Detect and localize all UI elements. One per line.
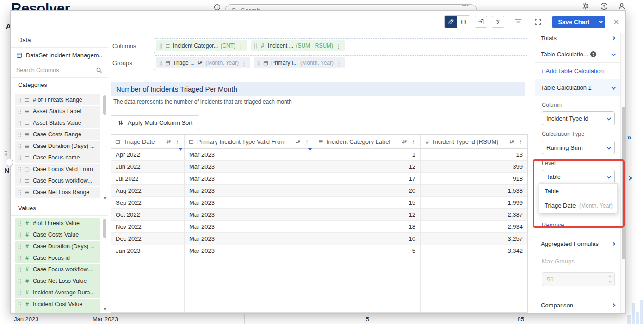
chip-suffix: (SUM - RSUM)	[296, 43, 333, 49]
braces-toggle-button[interactable]: { }	[457, 16, 470, 28]
groups-dropzone[interactable]: Triage ... (Month, Year) ⋮ Primary I... …	[154, 55, 528, 70]
totals-row[interactable]: Totals	[535, 33, 620, 46]
table-calculation-1-header[interactable]: Table Calculation 1	[535, 79, 620, 96]
comparison-row[interactable]: Comparison	[535, 297, 620, 313]
grip-icon	[18, 267, 21, 273]
columns-search-input[interactable]	[16, 67, 96, 73]
kebab-icon[interactable]: ⋮	[518, 138, 524, 145]
modal-scrollbar-thumb[interactable]	[622, 107, 625, 259]
brush-toggle-button[interactable]	[445, 16, 457, 28]
sort-icon	[197, 60, 203, 66]
add-table-calculation-link[interactable]: + Add Table Calculation	[535, 63, 620, 79]
table-empty-area	[111, 257, 527, 312]
kebab-icon[interactable]: ⋮	[335, 43, 341, 49]
grip-icon	[159, 60, 162, 66]
scroll-down-icon[interactable]	[103, 308, 107, 311]
col-header-type-id-rsum[interactable]: # Incident Type id (RSUM) ⋮	[421, 135, 527, 148]
chip-label: Incident Categor...	[173, 43, 218, 49]
kebab-icon[interactable]: ⋮	[336, 60, 342, 67]
level-option-table[interactable]: Table	[539, 184, 617, 198]
category-item[interactable]: Case Net Loss Range	[15, 187, 100, 198]
column-chip[interactable]: # Incident ... (SUM - RSUM) ⋮	[251, 40, 345, 51]
value-item[interactable]: # Case Focus workflow...	[15, 264, 100, 275]
category-item[interactable]: Case Focus workflow...	[15, 175, 100, 186]
remove-link[interactable]: Remove	[542, 213, 615, 228]
value-item[interactable]: # Case Costs Value	[15, 229, 100, 240]
value-item[interactable]: # # of Threats Value	[15, 218, 100, 229]
columns-search	[11, 63, 108, 78]
save-chart-caret-button[interactable]	[595, 16, 605, 28]
kebab-icon[interactable]: ⋮	[241, 60, 247, 67]
multi-column-sort-button[interactable]: Apply Multi-Column Sort	[111, 115, 199, 130]
sigma-button[interactable]: Σ	[492, 16, 504, 28]
value-item[interactable]: # Case Duration (Days) ...	[15, 241, 100, 252]
category-item[interactable]: Case Focus Valid From	[15, 164, 100, 175]
column-select[interactable]: Incident Type id	[542, 111, 615, 125]
hash-icon: #	[260, 43, 266, 49]
export-button[interactable]	[475, 16, 487, 28]
expand-button[interactable]	[532, 16, 543, 27]
bg-collapse-button[interactable]	[6, 159, 13, 166]
category-label: Case Focus name	[33, 154, 80, 161]
save-chart-button[interactable]: Save Chart	[552, 16, 595, 28]
value-item[interactable]: # Incident Average Dura...	[15, 287, 100, 298]
sort-icon[interactable]	[402, 139, 408, 145]
col-header-valid-from[interactable]: Primary Incident Type Valid From ⋮	[185, 135, 314, 148]
sort-icon[interactable]	[166, 139, 172, 145]
col-header-category-label[interactable]: Incident Category Label ⋮	[314, 135, 421, 148]
step-down-icon[interactable]	[608, 280, 612, 283]
bg-chevron-right-icon[interactable]	[627, 176, 632, 181]
help-icon[interactable]: ?	[590, 51, 596, 57]
columns-dropzone[interactable]: Incident Categor... (CNT) ⋮ # Incident .…	[154, 38, 528, 53]
value-item[interactable]: # Incident Count Value	[15, 310, 100, 313]
category-item[interactable]: Case Costs Range	[15, 129, 100, 140]
value-label: Case Focus id	[33, 255, 70, 261]
categories-scrollbar-thumb[interactable]	[103, 95, 106, 115]
dataset-item[interactable]: DataSet Incident Managem...	[11, 48, 108, 63]
category-label: Case Net Loss Range	[33, 189, 89, 196]
table-body: Apr 2022 Mar 2023 1 13 Jun 2022 Mar 2023…	[111, 149, 527, 257]
empty-cell	[111, 257, 185, 312]
filter-button[interactable]	[513, 16, 524, 27]
bg-cell: Mar 2023	[93, 316, 118, 323]
category-item[interactable]: Case Focus name	[15, 152, 100, 163]
col-header-triage-date[interactable]: Triage Date ⋮	[111, 135, 185, 148]
value-item[interactable]: # Case Focus id	[15, 252, 100, 263]
calculation-type-select[interactable]: Running Sum	[542, 141, 615, 154]
table-calculations-row[interactable]: Table Calculatio...?	[535, 46, 620, 63]
value-item[interactable]: # Incident Cost Value	[15, 299, 100, 310]
kebab-icon[interactable]: ⋮	[238, 43, 244, 49]
overflow-dots-icon[interactable]: •••	[462, 3, 469, 9]
scroll-down-icon[interactable]	[103, 197, 107, 200]
modal-scrollbar[interactable]	[620, 33, 625, 313]
kebab-icon[interactable]: ⋮	[174, 138, 180, 145]
values-scrollbar-thumb[interactable]	[103, 219, 106, 238]
grip-icon	[18, 120, 21, 126]
sort-icon[interactable]	[295, 139, 301, 145]
step-up-icon[interactable]	[608, 275, 612, 279]
help-icon[interactable]: ?	[599, 2, 608, 10]
table-row: Oct 2022 Mar 2023 12 2,387	[111, 209, 527, 221]
bg-double-chevron[interactable]: »	[627, 133, 631, 141]
search-icon	[96, 67, 102, 73]
group-chip[interactable]: Triage ... (Month, Year) ⋮	[156, 57, 250, 68]
group-chip[interactable]: Primary I... (Month, Year) ⋮	[254, 57, 345, 68]
hash-icon: #	[424, 139, 430, 145]
close-button[interactable]: ×	[613, 17, 619, 26]
kebab-icon[interactable]: ⋮	[304, 138, 310, 145]
category-item[interactable]: # of Threats Range	[15, 94, 100, 105]
profile-icon[interactable]	[617, 2, 626, 10]
list-icon	[318, 139, 324, 144]
category-item[interactable]: Case Duration (Days) ...	[15, 141, 100, 152]
sort-icon[interactable]	[509, 139, 515, 145]
category-item[interactable]: Asset Status Value	[15, 117, 100, 128]
aggregated-formulas-row[interactable]: Aggregated Formulas	[535, 235, 620, 252]
value-item[interactable]: # Case Net Loss Value	[15, 275, 100, 287]
level-option-triage-date[interactable]: Triage Date (Month, Year)	[539, 198, 617, 213]
kebab-icon[interactable]: ⋮	[410, 138, 416, 145]
column-chip[interactable]: Incident Categor... (CNT) ⋮	[156, 40, 247, 51]
category-item[interactable]: Asset Status Label	[15, 106, 100, 117]
max-groups-input[interactable]: 50	[542, 272, 615, 286]
level-select[interactable]: Table	[542, 170, 615, 183]
gear-icon[interactable]	[581, 2, 590, 10]
